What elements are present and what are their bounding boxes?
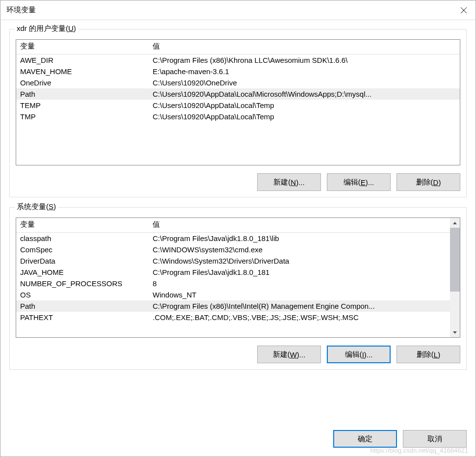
user-vars-group: xdr 的用户变量(U) 变量 值 AWE_DIRC:\Program File… <box>9 29 467 197</box>
system-vars-group: 系统变量(S) 变量 值 classpathC:\Program Files\J… <box>9 207 467 370</box>
col-header-value[interactable]: 值 <box>149 40 460 54</box>
var-value-cell: Windows_NT <box>149 289 450 300</box>
table-row[interactable]: TEMPC:\Users\10920\AppData\Local\Temp <box>16 100 460 111</box>
var-name-cell: JAVA_HOME <box>16 267 149 278</box>
close-button[interactable] <box>452 0 476 20</box>
var-name-cell: PATHEXT <box>16 312 149 323</box>
system-vars-buttons: 新建(W)... 编辑(I)... 删除(L) <box>16 346 460 363</box>
system-vars-legend: 系统变量(S) <box>15 202 58 212</box>
titlebar: 环境变量 <box>0 0 476 20</box>
env-vars-dialog: 环境变量 xdr 的用户变量(U) 变量 值 AWE_DIR <box>0 0 476 457</box>
table-row[interactable]: PATHEXT.COM;.EXE;.BAT;.CMD;.VBS;.VBE;.JS… <box>16 312 450 323</box>
var-value-cell: C:\Users\10920\AppData\Local\Microsoft\W… <box>149 88 460 100</box>
var-name-cell: classpath <box>16 233 149 244</box>
close-icon <box>460 7 467 14</box>
table-row[interactable]: classpathC:\Program Files\Java\jdk1.8.0_… <box>16 233 450 244</box>
var-value-cell: C:\Program Files\Java\jdk1.8.0_181\lib <box>149 233 450 244</box>
system-vars-table: 变量 值 classpathC:\Program Files\Java\jdk1… <box>16 218 450 323</box>
var-name-cell: TEMP <box>16 100 149 111</box>
table-header-row: 变量 值 <box>16 218 450 233</box>
scrollbar-thumb[interactable] <box>450 228 460 292</box>
var-value-cell: C:\Windows\System32\Drivers\DriverData <box>149 255 450 267</box>
scrollbar[interactable] <box>450 218 460 337</box>
user-vars-buttons: 新建(N)... 编辑(E)... 删除(D) <box>16 173 460 191</box>
user-vars-legend: xdr 的用户变量(U) <box>15 24 78 33</box>
user-vars-list[interactable]: 变量 值 AWE_DIRC:\Program Files (x86)\Khron… <box>16 39 460 165</box>
ok-button[interactable]: 确定 <box>333 430 397 448</box>
var-value-cell: C:\Users\10920\OneDrive <box>149 77 460 88</box>
cancel-button[interactable]: 取消 <box>403 430 467 448</box>
svg-marker-3 <box>453 331 457 334</box>
var-name-cell: OneDrive <box>16 77 149 88</box>
var-value-cell: E:\apache-maven-3.6.1 <box>149 66 460 77</box>
user-delete-button[interactable]: 删除(D) <box>397 173 460 191</box>
col-header-name[interactable]: 变量 <box>16 218 149 233</box>
table-row[interactable]: OSWindows_NT <box>16 289 450 300</box>
col-header-name[interactable]: 变量 <box>16 40 149 54</box>
var-value-cell: C:\Users\10920\AppData\Local\Temp <box>149 100 460 111</box>
var-name-cell: Path <box>16 300 149 312</box>
var-name-cell: TMP <box>16 111 149 122</box>
table-header-row: 变量 值 <box>16 40 460 54</box>
col-header-value[interactable]: 值 <box>149 218 450 233</box>
var-value-cell: C:\Program Files (x86)\Khrona LLC\Awesom… <box>149 54 460 66</box>
dialog-content: xdr 的用户变量(U) 变量 值 AWE_DIRC:\Program File… <box>0 20 476 427</box>
var-name-cell: DriverData <box>16 255 149 267</box>
system-new-button[interactable]: 新建(W)... <box>257 346 321 363</box>
system-delete-button[interactable]: 删除(L) <box>397 346 460 363</box>
user-new-button[interactable]: 新建(N)... <box>257 173 321 191</box>
table-row[interactable]: ComSpecC:\WINDOWS\system32\cmd.exe <box>16 244 450 255</box>
dialog-buttons: 确定 取消 <box>0 427 476 457</box>
var-value-cell: .COM;.EXE;.BAT;.CMD;.VBS;.VBE;.JS;.JSE;.… <box>149 312 450 323</box>
var-name-cell: AWE_DIR <box>16 54 149 66</box>
system-vars-list[interactable]: 变量 值 classpathC:\Program Files\Java\jdk1… <box>16 217 460 338</box>
var-name-cell: MAVEN_HOME <box>16 66 149 77</box>
table-row[interactable]: OneDriveC:\Users\10920\OneDrive <box>16 77 460 88</box>
var-value-cell: C:\WINDOWS\system32\cmd.exe <box>149 244 450 255</box>
table-row[interactable]: DriverDataC:\Windows\System32\Drivers\Dr… <box>16 255 450 267</box>
var-name-cell: Path <box>16 88 149 100</box>
table-row[interactable]: PathC:\Users\10920\AppData\Local\Microso… <box>16 88 460 100</box>
scroll-up-icon[interactable] <box>450 218 460 228</box>
table-row[interactable]: AWE_DIRC:\Program Files (x86)\Khrona LLC… <box>16 54 460 66</box>
table-row[interactable]: TMPC:\Users\10920\AppData\Local\Temp <box>16 111 460 122</box>
var-name-cell: NUMBER_OF_PROCESSORS <box>16 278 149 289</box>
table-row[interactable]: PathC:\Program Files (x86)\Intel\Intel(R… <box>16 300 450 312</box>
var-value-cell: C:\Program Files (x86)\Intel\Intel(R) Ma… <box>149 300 450 312</box>
table-row[interactable]: JAVA_HOMEC:\Program Files\Java\jdk1.8.0_… <box>16 267 450 278</box>
window-title: 环境变量 <box>6 5 36 15</box>
table-row[interactable]: NUMBER_OF_PROCESSORS8 <box>16 278 450 289</box>
var-value-cell: C:\Program Files\Java\jdk1.8.0_181 <box>149 267 450 278</box>
var-value-cell: C:\Users\10920\AppData\Local\Temp <box>149 111 460 122</box>
table-row[interactable]: MAVEN_HOMEE:\apache-maven-3.6.1 <box>16 66 460 77</box>
system-edit-button[interactable]: 编辑(I)... <box>327 346 391 363</box>
user-edit-button[interactable]: 编辑(E)... <box>327 173 391 191</box>
user-vars-table: 变量 值 AWE_DIRC:\Program Files (x86)\Khron… <box>16 40 460 122</box>
svg-marker-2 <box>453 222 457 224</box>
scroll-down-icon[interactable] <box>450 327 460 337</box>
var-name-cell: ComSpec <box>16 244 149 255</box>
var-value-cell: 8 <box>149 278 450 289</box>
var-name-cell: OS <box>16 289 149 300</box>
